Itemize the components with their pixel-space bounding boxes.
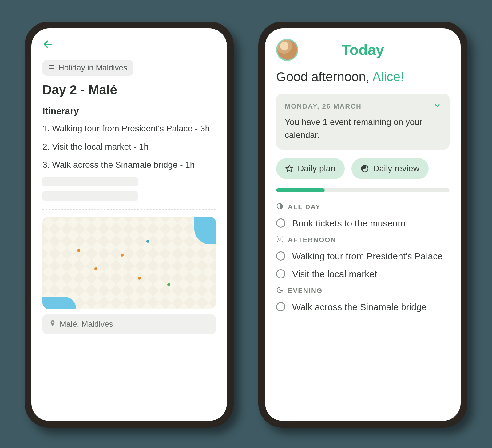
task-label: Book tickets to the museum: [292, 217, 406, 230]
itinerary-item: 2. Visit the local market - 1h: [42, 141, 216, 153]
phone-frame-right: Today Good afternoon, Alice! MONDAY, 26 …: [258, 22, 467, 428]
yin-yang-icon: [361, 165, 369, 173]
group-label: AFTERNOON: [288, 236, 336, 244]
task-checkbox[interactable]: [276, 218, 285, 228]
task-label: Walk across the Sinamale bridge: [292, 301, 427, 314]
task-label: Visit the local market: [292, 268, 377, 281]
map-poi-icon: [121, 254, 124, 257]
screen-right: Today Good afternoon, Alice! MONDAY, 26 …: [265, 28, 461, 421]
task-item[interactable]: Walk across the Sinamale bridge: [276, 301, 450, 314]
task-item[interactable]: Book tickets to the museum: [276, 217, 450, 230]
pill-label: Daily plan: [298, 164, 335, 174]
skeleton-line: [42, 177, 138, 186]
pill-row: Daily plan Daily review: [276, 158, 450, 179]
svg-line-11: [282, 241, 282, 241]
page-title: Day 2 - Malé: [42, 82, 216, 97]
map-preview[interactable]: [42, 217, 216, 309]
greeting-name: Alice!: [372, 70, 404, 84]
task-checkbox[interactable]: [276, 251, 285, 261]
task-checkbox[interactable]: [276, 302, 285, 311]
map-pin-icon: [49, 320, 56, 328]
map-poi-icon: [167, 283, 170, 286]
svg-line-14: [277, 241, 278, 241]
map-poi-icon: [138, 277, 141, 280]
skeleton-line: [42, 191, 138, 201]
greeting: Good afternoon, Alice!: [276, 70, 450, 84]
moon-icon: [276, 286, 284, 295]
svg-marker-4: [286, 165, 293, 172]
screen-left: Holiday in Maldives Day 2 - Malé Itinera…: [31, 28, 227, 421]
summary-card: MONDAY, 26 MARCH You have 1 event remain…: [276, 94, 450, 150]
progress-bar: [276, 188, 450, 192]
avatar[interactable]: [276, 39, 298, 61]
summary-date: MONDAY, 26 MARCH: [285, 102, 362, 110]
svg-line-15: [282, 237, 282, 237]
divider: [42, 209, 216, 210]
contrast-icon: [276, 202, 284, 212]
map-poi-icon: [94, 267, 97, 270]
svg-line-10: [277, 237, 278, 237]
location-chip[interactable]: Malé, Maldives: [42, 314, 216, 334]
task-checkbox[interactable]: [276, 269, 285, 278]
svg-point-7: [279, 238, 281, 240]
daily-review-button[interactable]: Daily review: [351, 158, 429, 179]
daily-plan-button[interactable]: Daily plan: [276, 158, 345, 179]
task-item[interactable]: Visit the local market: [276, 268, 450, 281]
pill-label: Daily review: [373, 164, 419, 174]
task-item[interactable]: Walking tour from President's Palace: [276, 250, 450, 263]
group-header-allday: ALL DAY: [276, 202, 450, 212]
back-button[interactable]: [42, 39, 216, 53]
itinerary-item: 3. Walk across the Sinamale bridge - 1h: [42, 159, 216, 171]
breadcrumb-label: Holiday in Maldives: [58, 63, 127, 73]
group-header-evening: EVENING: [276, 286, 450, 295]
expand-button[interactable]: [434, 102, 441, 111]
section-heading-itinerary: Itinerary: [42, 106, 216, 116]
summary-body: You have 1 event remaining on your calen…: [285, 116, 441, 142]
task-label: Walking tour from President's Palace: [292, 250, 443, 263]
screen-title: Today: [298, 42, 427, 58]
list-icon: [49, 64, 55, 72]
arrow-left-icon: [42, 39, 54, 50]
sun-icon: [276, 235, 284, 245]
group-label: EVENING: [288, 287, 323, 295]
progress-fill: [276, 188, 325, 192]
map-poi-icon: [77, 249, 80, 252]
header: Today: [276, 39, 450, 61]
chevron-down-icon: [434, 102, 441, 109]
itinerary-item: 1. Walking tour from President's Palace …: [42, 122, 216, 134]
greeting-prefix: Good afternoon,: [276, 70, 372, 84]
phone-frame-left: Holiday in Maldives Day 2 - Malé Itinera…: [25, 22, 234, 428]
location-label: Malé, Maldives: [60, 319, 113, 329]
star-icon: [285, 165, 293, 173]
map-poi-icon: [146, 240, 149, 243]
group-label: ALL DAY: [288, 203, 321, 211]
breadcrumb[interactable]: Holiday in Maldives: [42, 60, 133, 76]
group-header-afternoon: AFTERNOON: [276, 235, 450, 245]
